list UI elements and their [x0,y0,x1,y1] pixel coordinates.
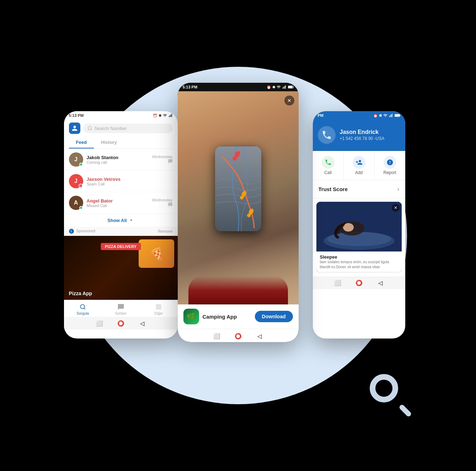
more-nav-icon [155,303,162,311]
svg-rect-14 [285,85,286,89]
action-call[interactable]: Call [313,151,344,180]
call-info-jakob: Jakob Stanton Coming call [87,155,149,164]
svg-rect-25 [392,114,392,117]
center-status-icons: ⏰✱ [267,85,294,89]
ad-description: tiam sodales tempus enim, eu suscipit li… [320,260,398,270]
right-user-row: Jason Endrick +1 542 456 78 90 -USA [318,126,400,144]
show-all-button[interactable]: Show All [64,214,178,227]
call-info-angel: Angel Bator Missed Call [87,198,149,208]
phone-right: PM ⏰✱ Jason Endrick +1 542 456 78 90 -US… [313,111,405,339]
signal-icon-center [282,85,287,89]
call-item-jaxson[interactable]: J ! Jaxson Vetrovs Spam Call [64,170,178,192]
phone-left: 5:13 PM ⏰✱ Search Number Feed H [64,111,178,339]
inner-phone-screen [215,146,261,232]
right-ad[interactable]: ✕ Sleepee tiam sodales tempus enim, eu s… [316,202,402,273]
avatar-jaxson: J ! [69,174,83,188]
pizza-ad[interactable]: 🍕 PIZZA DELIVERY Pizza App [64,236,178,300]
ad-content: Sleepee tiam sodales tempus enim, eu sus… [316,251,402,273]
nav-sohbet[interactable]: Sohbet [102,303,140,315]
nav-sorgula[interactable]: Sorgula [64,303,102,315]
contact-sub-jaxson: Spam Call [87,182,173,186]
bottom-nav: Sorgula Sohbet Diğer [64,300,178,317]
inner-phone [215,146,261,232]
center-status-bar: 5:13 PM ⏰✱ [178,83,299,91]
nav-diger[interactable]: Diğer [140,303,178,315]
right-action-bar: Call Add Report [313,151,405,180]
back-btn-center[interactable]: ◁ [256,332,263,340]
search-bar[interactable]: Search Number [83,124,173,133]
center-photo-area: ✕ [178,91,299,304]
square-btn-left[interactable]: ⬜ [96,320,103,327]
right-user-info: Jason Endrick +1 542 456 78 90 -USA [340,129,385,141]
phone-center: 5:13 PM ⏰✱ ✕ [178,83,299,342]
left-time: 5:13 PM [69,113,84,118]
report-action-icon [384,156,396,169]
left-avatar-row: Search Number [69,123,173,134]
search-nav-icon [79,303,87,311]
search-placeholder: Search Number [95,126,127,131]
right-user-name: Jason Endrick [340,129,385,135]
contact-name-angel: Angel Bator [87,198,149,204]
svg-rect-0 [169,116,170,117]
map-svg [215,146,261,232]
install-button[interactable]: Install [320,272,398,273]
call-list: J Jakob Stanton Coming call Wednesday J … [64,149,178,214]
left-status-bar: 5:13 PM ⏰✱ [64,111,178,120]
call-item-angel[interactable]: A Angel Bator Missed Call Wednesday [64,192,178,214]
home-btn-center[interactable]: ⭕ [235,332,242,340]
tab-row: Feed History [69,137,173,149]
right-user-avatar [318,126,336,144]
trust-score-label: Trust Score [319,186,348,192]
home-btn-left[interactable]: ⭕ [117,320,124,327]
avatar-angel: A [69,196,83,210]
svg-rect-24 [391,114,392,117]
svg-rect-13 [284,86,285,89]
contact-sub-angel: Missed Call [87,204,149,208]
download-button[interactable]: Download [255,311,293,322]
app-icon [69,123,80,134]
ad-image: ✕ [316,202,402,251]
svg-rect-3 [171,114,172,117]
chat-nav-icon [117,303,125,311]
wifi-icon-center [277,85,281,89]
right-time: PM [318,113,324,118]
trust-score-chevron: › [397,185,400,193]
contact-sub-jakob: Coming call [87,160,149,164]
svg-rect-17 [293,87,293,88]
camping-app-icon: 🌿 [183,309,199,324]
sponsored-bar: i Sponsored Remove [64,227,178,236]
message-icon-jakob [168,159,173,164]
close-ad-button-right[interactable]: ✕ [392,204,400,212]
tab-history[interactable]: History [94,137,124,148]
shirt-sleeve [188,276,288,304]
battery-icon-right [395,113,400,118]
action-add[interactable]: Add [344,151,375,180]
svg-rect-23 [390,115,391,117]
message-icon-angel [168,202,173,207]
search-icon-left [87,126,92,131]
square-btn-right[interactable]: ⬜ [334,279,341,286]
ad-title: Sleepee [320,254,398,260]
call-action-icon [322,156,335,169]
wifi-icon-right [383,113,387,118]
contact-name-jaxson: Jaxson Vetrovs [87,177,173,182]
battery-icon-center [288,85,294,89]
contact-name-jakob: Jakob Stanton [87,155,149,160]
online-dot-jakob [79,163,83,166]
square-btn-center[interactable]: ⬜ [213,332,220,340]
tab-feed[interactable]: Feed [69,137,94,148]
pizza-image: 🍕 [139,239,174,268]
svg-rect-28 [400,115,400,116]
close-button-center[interactable]: ✕ [284,96,294,105]
home-btn-right[interactable]: ⭕ [355,279,363,286]
call-item-jakob[interactable]: J Jakob Stanton Coming call Wednesday [64,149,178,170]
search-magnifier-decoration [370,374,412,417]
trust-score-row[interactable]: Trust Score › [313,180,405,198]
svg-line-7 [84,308,85,309]
back-btn-right[interactable]: ◁ [377,279,384,286]
action-report[interactable]: Report [375,151,405,180]
left-status-icons: ⏰✱ [153,113,173,118]
svg-rect-1 [170,115,170,117]
back-btn-left[interactable]: ◁ [139,320,146,327]
svg-point-4 [88,126,91,130]
